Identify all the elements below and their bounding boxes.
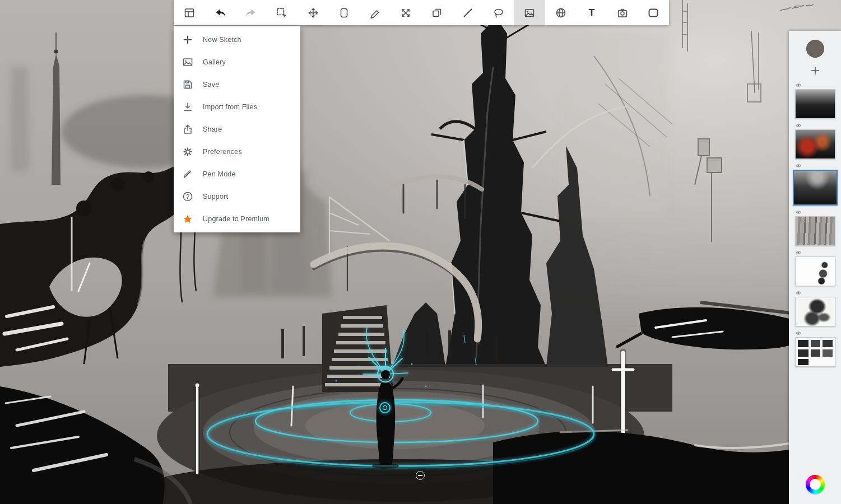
transform-tool-button[interactable]: [298, 0, 328, 25]
menu-item-upgrade-premium[interactable]: Upgrade to Premium: [174, 208, 300, 230]
frame-icon: [647, 7, 659, 19]
add-layer-button[interactable]: [809, 64, 821, 77]
eye-icon: [795, 330, 802, 337]
plus-icon: [810, 65, 821, 76]
distort-tool-button[interactable]: [391, 0, 421, 25]
camera-tool-button[interactable]: [607, 0, 638, 25]
eye-icon: [795, 82, 802, 88]
line-tool-button[interactable]: [452, 0, 483, 25]
lasso-icon: [492, 7, 505, 19]
menu-grid-icon: [183, 7, 196, 19]
menu-item-preferences[interactable]: Preferences: [174, 141, 300, 163]
layer-visibility-toggle[interactable]: [791, 289, 840, 296]
distort-icon: [399, 7, 412, 19]
stairs: [322, 305, 393, 392]
layer-thumbnail[interactable]: [795, 216, 835, 246]
duplicate-icon: [431, 7, 443, 19]
drawing-canvas[interactable]: [0, 0, 841, 504]
layer-item: [791, 289, 840, 326]
redo-icon: [245, 7, 257, 19]
menu-item-support[interactable]: ? Support: [174, 185, 300, 208]
menu-item-label: New Sketch: [203, 36, 241, 44]
gear-icon: [182, 146, 193, 157]
menu-item-new-sketch[interactable]: New Sketch: [174, 29, 300, 51]
frame-tool-button[interactable]: [638, 0, 669, 25]
layer-visibility-toggle[interactable]: [791, 208, 840, 216]
main-menu-panel: New Sketch Gallery Save Import from File…: [174, 26, 300, 232]
shape-tool-button[interactable]: [328, 0, 359, 25]
image-tool-button[interactable]: [514, 0, 545, 25]
layer-visibility-toggle[interactable]: [791, 122, 840, 129]
svg-text:?: ?: [186, 193, 189, 200]
app-window: T New Sketch Gallery Save Import from Fi…: [0, 0, 841, 504]
undo-icon: [214, 7, 226, 19]
save-icon: [182, 79, 193, 90]
text-tool-icon: T: [588, 8, 594, 18]
eye-icon: [795, 122, 802, 129]
layer-thumbnail[interactable]: [795, 297, 835, 326]
lasso-tool-button[interactable]: [484, 0, 514, 25]
menu-item-label: Support: [203, 193, 228, 200]
rounded-shape-icon: [338, 7, 350, 19]
menu-item-import[interactable]: Import from Files: [174, 96, 300, 118]
canvas-artwork: [0, 0, 841, 504]
layer-thumbnail[interactable]: [795, 89, 835, 119]
selection-tool-button[interactable]: [267, 0, 298, 25]
layer-item: [791, 249, 840, 286]
plus-icon: [182, 34, 193, 45]
undo-button[interactable]: [205, 0, 235, 25]
active-color-swatch[interactable]: [806, 40, 824, 58]
layer-item: [791, 329, 840, 367]
color-wheel-button[interactable]: [806, 475, 825, 494]
pen-icon: [182, 169, 193, 180]
globe-icon: [555, 7, 567, 19]
menu-item-label: Pen Mode: [203, 170, 236, 178]
eye-icon: [795, 162, 802, 169]
menu-item-label: Save: [203, 81, 219, 88]
top-toolbar: T: [174, 0, 669, 25]
layer-item: [791, 208, 840, 246]
menu-item-gallery[interactable]: Gallery: [174, 51, 300, 73]
menu-item-share[interactable]: Share: [174, 118, 300, 141]
share-icon: [182, 124, 193, 135]
main-menu-button[interactable]: [174, 0, 205, 25]
layer-item-selected: [791, 162, 840, 206]
duplicate-tool-button[interactable]: [421, 0, 452, 25]
brush-tool-button[interactable]: [360, 0, 391, 25]
layer-visibility-toggle[interactable]: [791, 249, 840, 256]
layer-visibility-toggle[interactable]: [791, 329, 840, 337]
menu-item-label: Share: [203, 125, 222, 133]
gallery-icon: [182, 57, 193, 68]
menu-item-label: Import from Files: [203, 103, 257, 111]
eye-icon: [795, 249, 802, 256]
text-tool-button[interactable]: T: [576, 0, 607, 25]
canvas-corner-handle-icon[interactable]: [416, 471, 425, 480]
perspective-tool-button[interactable]: [545, 0, 576, 25]
layer-item: [791, 122, 840, 159]
menu-item-label: Upgrade to Premium: [203, 215, 270, 223]
layer-item: [791, 81, 840, 119]
layer-thumbnail[interactable]: [795, 256, 835, 286]
menu-item-label: Gallery: [203, 58, 226, 66]
camera-icon: [616, 7, 629, 19]
layer-visibility-toggle[interactable]: [791, 162, 840, 169]
layer-visibility-toggle[interactable]: [791, 81, 840, 88]
eye-icon: [795, 290, 802, 296]
eye-icon: [795, 209, 802, 216]
layer-thumbnail[interactable]: [795, 129, 835, 159]
help-icon: ?: [182, 191, 193, 202]
premium-star-icon: [182, 213, 193, 225]
layer-thumbnail[interactable]: [795, 337, 835, 367]
image-icon: [523, 7, 536, 19]
import-icon: [182, 101, 193, 113]
layer-thumbnail[interactable]: [793, 170, 838, 206]
pencil-icon: [369, 7, 381, 19]
menu-item-pen-mode[interactable]: Pen Mode: [174, 163, 300, 185]
menu-item-label: Preferences: [203, 148, 242, 156]
line-icon: [462, 7, 474, 19]
selection-icon: [276, 7, 288, 19]
menu-item-save[interactable]: Save: [174, 73, 300, 96]
layers-panel: [789, 31, 841, 504]
move-icon: [307, 7, 319, 19]
redo-button[interactable]: [236, 0, 267, 25]
